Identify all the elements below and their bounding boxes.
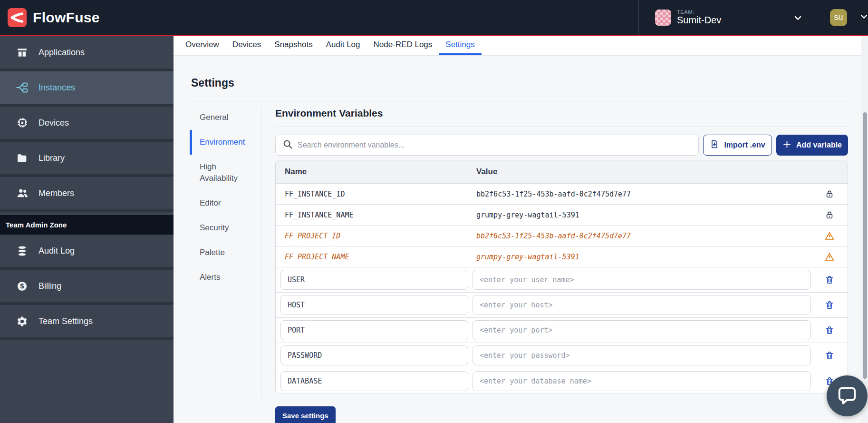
env-var-value-input[interactable] [473,270,811,290]
env-var-value: grumpy-grey-wagtail-5391 [476,211,811,219]
delete-variable-button[interactable] [811,300,848,310]
sidebar-item-label: Library [39,153,65,163]
sidebar-item-members[interactable]: Members [0,177,174,212]
sidebar-item-billing[interactable]: $ Billing [0,270,174,305]
sidebar-item-applications[interactable]: Applications [0,36,174,71]
add-variable-button[interactable]: Add variable [776,135,848,156]
team-meta: TEAM: Sumit-Dev [677,9,721,26]
env-var-value-input[interactable] [473,371,811,391]
env-var-value-input[interactable] [473,295,811,315]
lock-icon [811,189,848,199]
table-row [276,267,848,293]
tab-devices[interactable]: Devices [226,36,268,55]
team-label: TEAM: [677,9,721,15]
instances-icon [16,81,29,94]
sidebar-item-team-settings[interactable]: Team Settings [0,305,174,340]
flowfuse-logo[interactable]: FlowFuse [8,8,100,27]
sidebar: Applications Instances Devices [0,36,174,423]
tab-settings[interactable]: Settings [439,36,481,55]
folder-icon [16,152,29,165]
save-settings-button[interactable]: Save settings [275,406,336,423]
brand-name: FlowFuse [33,10,100,26]
subnav-item-editor[interactable]: Editor [190,191,255,216]
tab-snapshots[interactable]: Snapshots [268,36,319,55]
sidebar-item-instances[interactable]: Instances [0,71,174,107]
search-input[interactable] [298,135,698,155]
table-row [276,343,848,368]
users-icon [16,187,29,200]
search-icon [282,139,293,151]
team-selector[interactable]: TEAM: Sumit-Dev [638,0,815,35]
page-scrollbar[interactable] [861,36,868,423]
chevron-down-icon [793,13,802,24]
sidebar-item-label: Audit Log [39,246,75,256]
import-env-button[interactable]: Import .env [703,135,772,156]
add-variable-label: Add variable [796,141,842,149]
env-var-name-input[interactable] [280,320,468,340]
delete-variable-button[interactable] [811,275,848,285]
settings-subnav: General Environment High Availability Ed… [190,105,255,290]
flowfuse-app: FlowFuse TEAM: Sumit-Dev su Applications [0,0,868,423]
chip-icon [16,117,29,129]
env-var-name: FF_INSTANCE_ID [276,190,476,198]
env-variables-table: Name Value FF_INSTANCE_ID bb2f6c53-1f25-… [275,160,848,394]
env-var-value: bb2f6c53-1f25-453b-aafd-0c2f475d7e77 [476,232,811,240]
table-row: FF_INSTANCE_ID bb2f6c53-1f25-453b-aafd-0… [276,184,848,205]
table-row: FF_INSTANCE_NAME grumpy-grey-wagtail-539… [276,205,848,226]
chat-widget-button[interactable] [827,375,868,416]
delete-variable-button[interactable] [811,351,848,360]
table-row [276,293,848,318]
column-header-value: Value [476,167,811,177]
subnav-item-alerts[interactable]: Alerts [190,265,255,290]
subnav-item-security[interactable]: Security [190,216,255,240]
env-var-name-input[interactable] [280,371,468,391]
tab-overview[interactable]: Overview [179,36,226,55]
sidebar-item-label: Members [39,188,74,198]
env-var-value: bb2f6c53-1f25-453b-aafd-0c2f475d7e77 [476,190,811,198]
sidebar-item-label: Billing [39,281,61,291]
subnav-item-palette[interactable]: Palette [190,240,255,265]
divider [191,101,848,101]
table-row [276,368,848,393]
tab-audit-log[interactable]: Audit Log [319,36,367,55]
column-header-name: Name [276,167,476,177]
scrollbar-thumb[interactable] [863,112,867,379]
user-avatar: su [830,9,847,26]
chat-bubble-icon [836,384,858,408]
sidebar-item-library[interactable]: Library [0,142,174,177]
env-controls: Import .env Add variable [275,135,848,156]
sidebar-item-label: Applications [39,48,85,58]
env-var-name: FF_PROJECT_ID [276,232,476,240]
user-menu[interactable]: su [816,0,868,35]
database-icon [16,245,29,257]
tab-node-red-logs[interactable]: Node-RED Logs [367,36,439,55]
subnav-item-environment[interactable]: Environment [190,130,255,155]
table-row: FF_PROJECT_NAME grumpy-grey-wagtail-5391 [276,246,848,267]
search-box [275,135,699,156]
import-env-label: Import .env [724,141,765,149]
env-var-name-input[interactable] [280,295,468,315]
env-var-value-input[interactable] [473,320,811,340]
sidebar-section-team-admin-zone: Team Admin Zone [0,215,174,235]
env-var-value-input[interactable] [473,345,811,365]
sidebar-item-audit-log[interactable]: Audit Log [0,235,174,270]
team-name: Sumit-Dev [677,15,721,26]
env-var-name-input[interactable] [280,345,468,365]
delete-variable-button[interactable] [811,325,848,335]
subnav-item-general[interactable]: General [190,105,255,130]
subnav-item-high-availability[interactable]: High Availability [190,155,255,191]
team-avatar [655,10,671,26]
svg-text:$: $ [20,282,24,290]
warning-icon [811,231,848,241]
table-row [276,318,848,343]
instance-tabs: Overview Devices Snapshots Audit Log Nod… [174,36,868,56]
env-var-name-input[interactable] [280,270,468,290]
sidebar-item-label: Team Settings [39,316,93,326]
applications-icon [16,46,29,59]
flowfuse-logo-icon [8,8,27,27]
env-var-name: FF_INSTANCE_NAME [276,211,476,219]
section-title: Environment Variables [275,107,848,119]
table-header: Name Value [276,160,848,184]
sidebar-item-devices[interactable]: Devices [0,107,174,142]
env-var-name: FF_PROJECT_NAME [276,253,476,261]
